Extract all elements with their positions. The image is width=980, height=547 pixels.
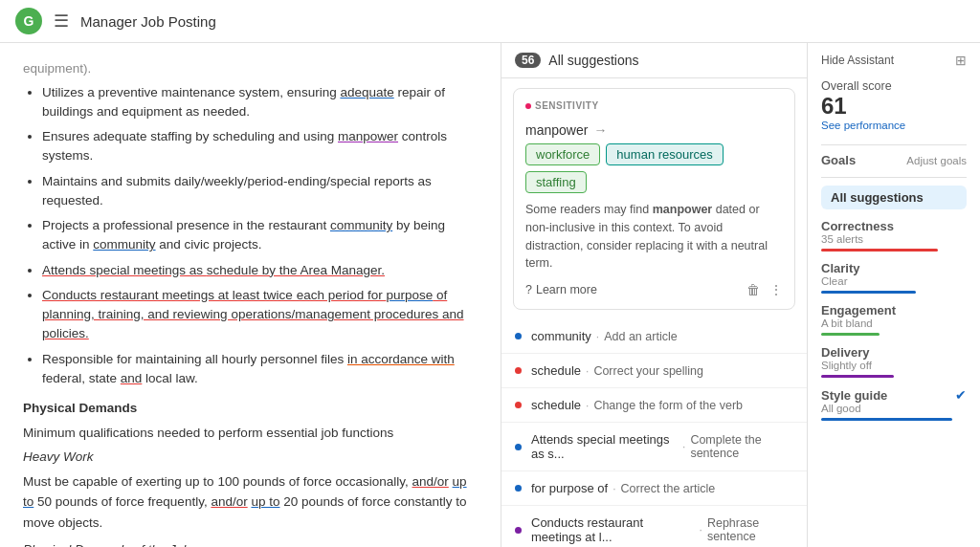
- suggestion-action: Correct the article: [621, 482, 716, 495]
- suggestion-separator: ·: [596, 330, 599, 343]
- metric-value: A bit bland: [821, 317, 967, 329]
- suggestion-dot-icon: [515, 402, 522, 408]
- suggestion-item[interactable]: community · Add an article: [501, 319, 807, 354]
- suggestion-word: community: [531, 329, 591, 343]
- goals-section: Goals Adjust goals: [821, 153, 967, 167]
- app-logo: G: [15, 8, 42, 34]
- suggestion-item[interactable]: schedule · Correct your spelling: [501, 354, 807, 388]
- suggestion-dot-icon: [515, 485, 522, 492]
- suggestion-separator: ·: [700, 523, 702, 536]
- suggestions-header: 56 All suggestions: [501, 43, 807, 78]
- all-suggestions-nav[interactable]: All suggestions: [821, 186, 967, 209]
- metric-name[interactable]: Engagement: [821, 303, 896, 317]
- divider: [821, 144, 967, 145]
- divider2: [821, 177, 967, 178]
- arrow-icon: →: [593, 119, 607, 138]
- metric-name[interactable]: Clarity: [821, 261, 859, 275]
- metric-value: Slightly off: [821, 360, 967, 371]
- suggestion-action: Rephrase sentence: [707, 516, 793, 543]
- goals-label[interactable]: Goals: [821, 153, 856, 167]
- tag-human-resources[interactable]: human resources: [606, 143, 723, 165]
- doc-bullet-list: Utilizes a preventive maintenance system…: [23, 83, 478, 389]
- suggestion-dot-icon: [515, 333, 522, 339]
- score-value: 61: [821, 93, 847, 120]
- suggestions-panel: 56 All suggestions SENSITIVITY manpower …: [501, 43, 808, 547]
- list-item: Responsible for maintaining all hourly p…: [42, 350, 478, 389]
- section-text: Must be capable of exerting up to 100 po…: [23, 471, 478, 534]
- suggestion-separator: ·: [586, 399, 589, 412]
- sensitivity-dot-icon: [525, 103, 531, 109]
- list-item: Ensures adequate staffing by scheduling …: [42, 127, 478, 166]
- checkmark-icon: ✔: [955, 387, 967, 403]
- learn-more-button[interactable]: ? Learn more: [525, 283, 597, 296]
- suggestion-item[interactable]: Attends special meetings as s... · Compl…: [501, 423, 807, 471]
- section-text: Minimum qualifications needed to perform…: [23, 423, 478, 444]
- suggestion-separator: ·: [682, 440, 685, 453]
- suggestion-word: Attends special meetings as s...: [531, 432, 678, 461]
- metric-value: Clear: [821, 275, 967, 287]
- metric-header: Engagement: [821, 303, 967, 317]
- card-icon-group: 🗑 ⋮: [746, 282, 783, 297]
- grid-icon[interactable]: ⊞: [955, 53, 967, 68]
- question-icon: ?: [525, 283, 532, 296]
- metric-item: Engagement A bit bland: [821, 303, 967, 336]
- hide-assistant-button[interactable]: Hide Assistant: [821, 54, 894, 67]
- tag-workforce[interactable]: workforce: [525, 143, 600, 165]
- tag-staffing[interactable]: staffing: [525, 171, 587, 193]
- doc-ellipsis: equipment).: [23, 58, 478, 79]
- overall-score-section: Overall score 61 See performance: [821, 79, 967, 131]
- metric-header: Correctness: [821, 219, 967, 233]
- see-performance-link[interactable]: See performance: [821, 120, 967, 131]
- metric-item: Delivery Slightly off: [821, 345, 967, 378]
- metric-item: Style guide ✔ All good: [821, 387, 967, 421]
- metric-item: Clarity Clear: [821, 261, 967, 294]
- suggestion-dot-icon: [515, 527, 522, 534]
- metric-bar: [821, 418, 952, 421]
- metric-item: Correctness 35 alerts: [821, 219, 967, 252]
- word-replacement: manpower → workforce human resources sta…: [525, 119, 783, 193]
- word-tags: workforce human resources staffing: [525, 143, 783, 193]
- suggestion-items-list: community · Add an article schedule · Co…: [501, 319, 807, 547]
- header: G ☰ Manager Job Posting: [0, 0, 980, 43]
- metric-header: Style guide ✔: [821, 387, 967, 403]
- metric-name[interactable]: Correctness: [821, 219, 894, 233]
- sensitivity-card: SENSITIVITY manpower → workforce human r…: [513, 88, 795, 310]
- suggestions-title: All suggestions: [548, 53, 638, 68]
- metric-bar: [821, 333, 880, 336]
- section-italic-heading: Heavy Work: [23, 447, 478, 468]
- metric-bar: [821, 291, 916, 294]
- suggestion-item[interactable]: schedule · Change the form of the verb: [501, 388, 807, 423]
- assistant-panel: Hide Assistant ⊞ Overall score 61 See pe…: [808, 43, 980, 547]
- menu-icon[interactable]: ☰: [54, 11, 69, 32]
- suggestion-action: Correct your spelling: [593, 364, 703, 378]
- list-item: Utilizes a preventive maintenance system…: [42, 83, 478, 122]
- metric-header: Delivery: [821, 345, 967, 360]
- word-from: manpower: [525, 119, 588, 138]
- document-panel: equipment). Utilizes a preventive mainte…: [0, 43, 501, 547]
- suggestion-action: Add an article: [604, 330, 677, 343]
- section-heading: Physical Demands: [23, 398, 478, 419]
- metrics-list: Correctness 35 alerts Clarity Clear Enga…: [821, 219, 967, 421]
- section-italic-heading2: Physical Demands of the Job: [23, 539, 478, 547]
- goals-action[interactable]: Adjust goals: [906, 155, 967, 166]
- goals-row: Goals Adjust goals: [821, 153, 967, 167]
- card-actions: ? Learn more 🗑 ⋮: [525, 282, 783, 297]
- metric-value: 35 alerts: [821, 233, 967, 245]
- score-row: 61: [821, 93, 967, 120]
- suggestion-word: Conducts restaurant meetings at l...: [531, 515, 695, 544]
- suggestion-separator: ·: [586, 364, 589, 378]
- metric-bar: [821, 375, 894, 378]
- metric-value: All good: [821, 403, 967, 414]
- suggestion-separator: ·: [612, 482, 615, 495]
- metric-bar: [821, 249, 938, 252]
- suggestion-item[interactable]: Conducts restaurant meetings at l... · R…: [501, 506, 807, 547]
- suggestion-action: Change the form of the verb: [593, 399, 743, 412]
- suggestion-item[interactable]: for purpose of · Correct the article: [501, 471, 807, 506]
- suggestion-word: for purpose of: [531, 481, 608, 495]
- metric-name[interactable]: Style guide: [821, 388, 887, 403]
- metric-name[interactable]: Delivery: [821, 345, 870, 360]
- delete-icon[interactable]: 🗑: [746, 282, 760, 297]
- suggestion-word: schedule: [531, 363, 581, 378]
- more-options-icon[interactable]: ⋮: [769, 282, 783, 297]
- list-item: Maintains and submits daily/weekly/perio…: [42, 172, 478, 211]
